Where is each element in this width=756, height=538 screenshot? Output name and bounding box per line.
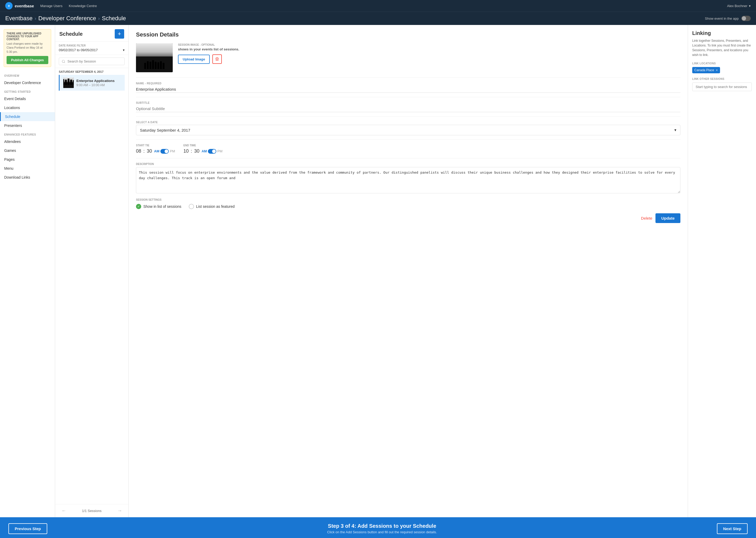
image-sublabel: shows in your events list of sessions.	[178, 47, 239, 51]
show-event-switch[interactable]	[741, 16, 751, 21]
sidebar-item-presenters[interactable]: Presenters	[0, 121, 55, 130]
person-3	[65, 80, 67, 85]
end-time-group: END TIME 10 : 30 AM PM	[183, 144, 223, 154]
date-select[interactable]: Saturday September 4, 2017 ▾	[136, 125, 681, 135]
settings-row: ✓ Show in list of sessions List session …	[136, 204, 681, 209]
sidebar-item-games[interactable]: Games	[0, 146, 55, 155]
logo[interactable]: e eventbase	[5, 2, 34, 10]
breadcrumb-bar: Eventbase › Developer Conference › Sched…	[0, 12, 756, 25]
date-value: Saturday September 4, 2017	[140, 128, 190, 133]
show-event-toggle[interactable]: Show event in the app	[705, 16, 751, 21]
main-person-4	[152, 60, 154, 69]
search-input-wrap	[59, 58, 125, 65]
start-colon: :	[143, 148, 145, 154]
prev-session-button[interactable]: ←	[59, 508, 68, 514]
start-min[interactable]: 30	[147, 148, 152, 154]
subtitle-input[interactable]	[136, 105, 681, 112]
session-item[interactable]: Enterprise Applications 9:00 AM – 10:00 …	[59, 75, 125, 91]
delete-image-button[interactable]	[213, 54, 222, 64]
featured-setting[interactable]: List session as featured	[189, 204, 235, 209]
bottom-footer: Previous Step Step 3 of 4: Add Sessions …	[0, 517, 756, 538]
start-ampm-switch[interactable]	[161, 149, 169, 154]
next-session-button[interactable]: →	[115, 508, 124, 514]
breadcrumb-eventbase[interactable]: Eventbase	[5, 15, 32, 22]
sidebar-item-developer-conference[interactable]: Developer Conference	[0, 78, 55, 87]
sidebar-item-attendees[interactable]: Attendees	[0, 137, 55, 146]
knowledge-centre-link[interactable]: Knowledge Centre	[69, 4, 97, 8]
breadcrumb-schedule: Schedule	[102, 15, 126, 22]
add-session-button[interactable]: +	[115, 29, 124, 39]
sidebar-item-event-details[interactable]: Event Details	[0, 94, 55, 103]
delete-button[interactable]: Delete	[641, 216, 652, 220]
description-textarea[interactable]: This session will focus on enterprise en…	[136, 167, 681, 193]
main-people-silhouette	[144, 60, 165, 69]
search-box	[55, 55, 128, 68]
show-in-list-setting[interactable]: ✓ Show in list of sessions	[136, 204, 181, 209]
user-name: Alex Bochner	[727, 4, 747, 8]
upload-image-button[interactable]: Upload Image	[178, 55, 210, 64]
footer-step-title: Step 3 of 4: Add Sessions to your Schedu…	[327, 523, 437, 529]
logo-text: eventbase	[15, 4, 34, 8]
search-input[interactable]	[68, 59, 122, 63]
main-person-8	[163, 63, 165, 69]
publish-all-button[interactable]: Publish All Changes	[7, 56, 48, 64]
breadcrumb-conference[interactable]: Developer Conference	[38, 15, 96, 22]
top-nav-left: e eventbase Manage Users Knowledge Centr…	[5, 2, 97, 10]
link-sessions-input[interactable]	[692, 82, 752, 91]
start-pm-label: PM	[170, 149, 175, 153]
user-menu[interactable]: Alex Bochner ▾	[727, 4, 751, 8]
update-button[interactable]: Update	[655, 213, 681, 223]
person-2	[63, 79, 64, 85]
name-input[interactable]	[136, 86, 681, 93]
show-event-label: Show event in the app	[705, 17, 739, 21]
location-tag-remove-icon[interactable]: ×	[716, 68, 718, 72]
breadcrumb-sep-1: ›	[35, 16, 36, 21]
sidebar-item-menu[interactable]: Menu	[0, 164, 55, 173]
session-image-row: SESSION IMAGE - OPTIONAL shows in your e…	[136, 43, 681, 72]
user-chevron-icon: ▾	[749, 4, 751, 8]
next-step-button[interactable]: Next Step	[717, 523, 748, 534]
location-tag-canada-place[interactable]: Canada Place ×	[692, 67, 720, 73]
start-time-group: START TIE 08 : 30 AM PM	[136, 144, 175, 154]
unpublished-desc: Last changes were made by Clara Portland…	[7, 42, 48, 54]
logo-icon: e	[5, 2, 13, 10]
start-time-controls: 08 : 30 AM PM	[136, 148, 175, 154]
end-time-label: END TIME	[183, 144, 223, 147]
subtitle-field: SUBTITLE	[136, 101, 681, 112]
end-min[interactable]: 30	[194, 148, 200, 154]
end-am-label: AM	[202, 149, 207, 153]
form-divider-3	[136, 116, 681, 117]
sidebar-item-locations[interactable]: Locations	[0, 103, 55, 112]
panel-header: Schedule +	[55, 25, 128, 41]
person-5	[71, 80, 72, 85]
manage-users-link[interactable]: Manage Users	[40, 4, 63, 8]
end-hour[interactable]: 10	[183, 148, 189, 154]
sidebar-item-pages[interactable]: Pages	[0, 155, 55, 164]
unpublished-title: THERE ARE UNPUBLISHED CHANGES TO YOUR AP…	[7, 32, 48, 41]
sidebar-section-getting-started: GETTING STARTED	[0, 87, 55, 94]
end-ampm-switch[interactable]	[208, 149, 216, 154]
action-row: Delete Update	[136, 209, 681, 224]
session-time: 9:00 AM – 10:00 AM	[76, 83, 121, 87]
sidebar: THERE ARE UNPUBLISHED CHANGES TO YOUR AP…	[0, 25, 55, 517]
linking-title: Linking	[692, 30, 752, 36]
featured-check	[189, 204, 194, 209]
sidebar-item-schedule[interactable]: Schedule	[0, 112, 55, 121]
start-hour[interactable]: 08	[136, 148, 141, 154]
meeting-image	[63, 78, 74, 88]
session-image-box	[136, 43, 173, 72]
sidebar-item-download-links[interactable]: Download Links	[0, 173, 55, 182]
date-filter-value[interactable]: 09/02/2017 to 09/05/2017 ▾	[59, 48, 125, 52]
session-date-group: SATURDAY SEPTEMBER 4, 2017	[55, 68, 128, 92]
people-silhouette	[63, 79, 74, 85]
previous-step-button[interactable]: Previous Step	[8, 523, 47, 534]
date-filter-label: DATE RANGE FILTER	[59, 44, 125, 47]
location-tag-label: Canada Place	[694, 68, 714, 72]
description-label: DESCRIPTION	[136, 163, 681, 166]
main-person-2	[147, 61, 149, 69]
end-ampm-toggle: AM PM	[202, 149, 223, 154]
person-6	[73, 80, 74, 85]
session-info: Enterprise Applications 9:00 AM – 10:00 …	[76, 79, 121, 87]
sidebar-section-overview: OVERVIEW	[0, 71, 55, 78]
settings-label: SESSION SETTINGS	[136, 198, 681, 201]
